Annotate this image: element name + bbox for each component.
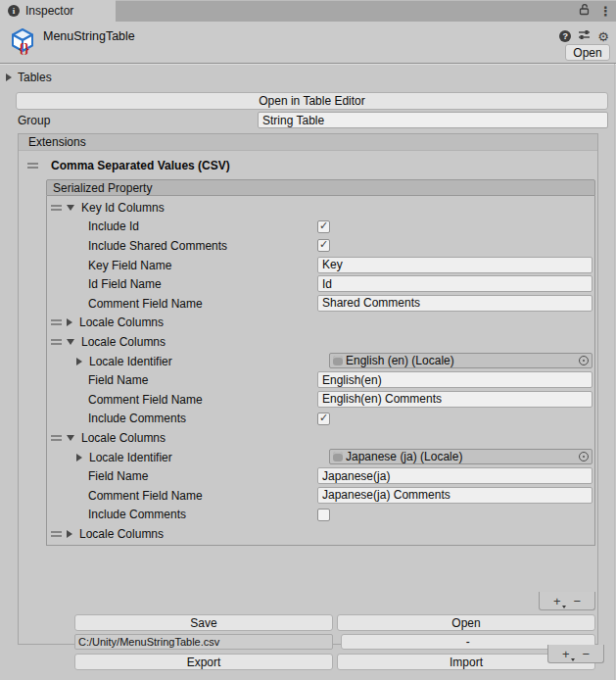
help-icon[interactable]: ?: [559, 30, 571, 42]
group-field[interactable]: String Table: [258, 112, 608, 128]
property-row: Id Field Name Id: [47, 274, 594, 294]
remove-extension-button[interactable]: −: [583, 648, 591, 660]
foldout-closed-icon[interactable]: [76, 358, 82, 365]
locale-asset-icon: [333, 356, 343, 365]
foldout-closed-icon[interactable]: [67, 318, 72, 326]
property-label: Include Comments: [88, 508, 186, 521]
property-row: Key Field Name Key: [47, 256, 594, 275]
key-field-name-field[interactable]: Key: [317, 257, 592, 273]
foldout-row-locale-columns[interactable]: Locale Columns: [47, 314, 594, 333]
id-field-name-field[interactable]: Id: [317, 275, 592, 292]
tables-foldout[interactable]: Tables: [0, 69, 52, 86]
property-row: Field Name English(en): [47, 370, 594, 390]
string-table-asset-icon: {}: [9, 26, 38, 59]
foldout-row-key-id-columns[interactable]: Key Id Columns: [47, 198, 594, 218]
field-name-field[interactable]: English(en): [317, 371, 592, 388]
property-label: Id Field Name: [88, 277, 162, 291]
foldout-open-icon[interactable]: [67, 435, 74, 441]
foldout-label: Locale Columns: [81, 431, 166, 445]
remove-element-button[interactable]: −: [574, 595, 582, 607]
scrollbar-track[interactable]: [614, 64, 615, 680]
object-picker-icon[interactable]: [579, 452, 589, 461]
csv-title: Comma Separated Values (CSV): [51, 159, 230, 172]
drag-handle-icon[interactable]: [51, 339, 62, 345]
property-row: Include Shared Comments: [47, 236, 594, 256]
tab-title: Inspector: [25, 4, 73, 18]
serialized-property-list: Serialized Property Key Id Columns Inclu…: [46, 179, 595, 546]
drag-handle-icon[interactable]: [51, 319, 62, 325]
export-button[interactable]: Export: [74, 654, 333, 670]
comment-field-name-field[interactable]: Japanese(ja) Comments: [317, 487, 592, 504]
property-row: Comment Field Name English(en) Comments: [47, 390, 594, 410]
property-row: Include Id: [47, 218, 594, 237]
locale-asset-icon: [333, 452, 343, 461]
extensions-header: Extensions: [19, 133, 597, 151]
include-id-checkbox[interactable]: [317, 220, 330, 233]
gear-icon[interactable]: ⚙: [597, 30, 609, 43]
locale-identifier-object-field[interactable]: Japanese (ja) (Locale): [329, 449, 592, 464]
property-label: Comment Field Name: [88, 297, 203, 311]
property-row: Field Name Japanese(ja): [47, 466, 594, 486]
drag-handle-icon[interactable]: [27, 163, 38, 169]
tab-bar: i Inspector ⋮: [0, 0, 616, 22]
property-row: Comment Field Name Japanese(ja) Comments: [47, 486, 594, 506]
foldout-closed-icon[interactable]: [76, 454, 82, 461]
include-shared-comments-checkbox[interactable]: [317, 239, 330, 252]
asset-header: {} MenuStringTable ? ⚙ Open: [0, 22, 616, 64]
drag-handle-icon[interactable]: [51, 435, 62, 441]
presets-icon[interactable]: [578, 28, 591, 44]
property-row: Locale Identifier Japanese (ja) (Locale): [47, 448, 594, 467]
drag-handle-icon[interactable]: [51, 205, 62, 211]
property-label: Key Field Name: [88, 259, 171, 272]
dropdown-caret-icon: [571, 658, 575, 661]
svg-text:{}: {}: [19, 41, 30, 56]
info-icon: i: [8, 5, 20, 17]
property-label: Include Comments: [88, 412, 186, 425]
group-row: Group String Table: [0, 112, 616, 129]
foldout-label: Locale Columns: [79, 316, 164, 329]
field-name-field[interactable]: Japanese(ja): [317, 467, 592, 484]
object-picker-icon[interactable]: [579, 356, 589, 365]
property-label: Locale Identifier: [89, 355, 172, 368]
foldout-open-icon[interactable]: [67, 339, 74, 345]
include-comments-checkbox[interactable]: [317, 413, 330, 425]
foldout-row-locale-columns[interactable]: Locale Columns: [47, 524, 594, 544]
property-label: Comment Field Name: [88, 489, 203, 503]
tab-inspector[interactable]: i Inspector: [0, 0, 116, 22]
inspector-window: i Inspector ⋮ {} MenuStringTable ? ⚙: [0, 0, 616, 680]
foldout-row-locale-columns[interactable]: Locale Columns: [47, 332, 594, 352]
add-extension-button[interactable]: +: [562, 648, 570, 660]
property-label: Field Name: [88, 373, 148, 387]
csv-extension-header: Comma Separated Values (CSV): [19, 157, 230, 174]
property-label: Comment Field Name: [88, 393, 203, 407]
foldout-label: Locale Columns: [79, 527, 164, 541]
asset-title: MenuStringTable: [43, 29, 135, 43]
foldout-open-icon[interactable]: [67, 205, 74, 211]
kebab-menu-icon[interactable]: ⋮: [599, 5, 612, 18]
property-label: Include Id: [88, 219, 139, 233]
comment-field-name-field[interactable]: English(en) Comments: [317, 391, 592, 408]
foldout-row-locale-columns[interactable]: Locale Columns: [47, 428, 594, 448]
open-asset-button[interactable]: Open: [565, 44, 610, 61]
csv-path-field: C:/Unity/MenuStringTable.csv: [74, 634, 333, 650]
property-label: Field Name: [88, 469, 148, 483]
comment-field-name-field[interactable]: Shared Comments: [317, 295, 592, 312]
foldout-arrow-icon[interactable]: [6, 73, 12, 81]
property-row: Include Comments: [47, 410, 594, 429]
tables-label: Tables: [18, 71, 52, 84]
open-button[interactable]: Open: [337, 614, 595, 631]
open-in-table-editor-button[interactable]: Open in Table Editor: [16, 92, 608, 110]
foldout-label: Key Id Columns: [81, 201, 165, 215]
group-label: Group: [18, 114, 50, 127]
serialized-property-header: Serialized Property: [46, 179, 595, 196]
add-element-button[interactable]: +: [553, 595, 561, 607]
foldout-closed-icon[interactable]: [67, 530, 72, 538]
property-list: Key Id Columns Include Id Include Shared…: [46, 196, 595, 546]
drag-handle-icon[interactable]: [51, 531, 62, 537]
locale-identifier-object-field[interactable]: English (en) (Locale): [329, 353, 592, 368]
include-comments-checkbox[interactable]: [317, 509, 330, 521]
unlock-icon[interactable]: [578, 3, 591, 19]
property-label: Locale Identifier: [89, 451, 172, 464]
save-button[interactable]: Save: [74, 614, 333, 631]
foldout-label: Locale Columns: [81, 335, 166, 349]
